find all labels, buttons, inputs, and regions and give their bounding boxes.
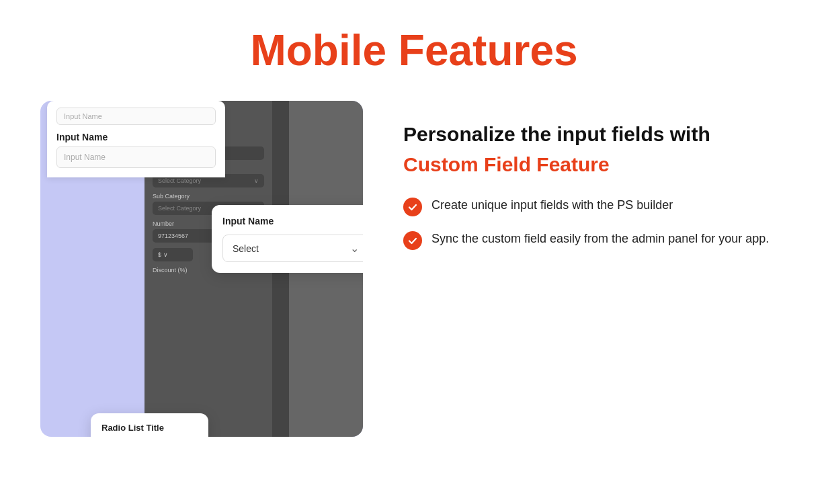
page-wrapper: Mobile Features Input Name Input Name In… <box>0 0 828 464</box>
check-icon-2 <box>403 231 422 250</box>
input-name-label: Input Name <box>56 132 216 142</box>
bullet-list: Create unique input fields with the PS b… <box>403 196 788 250</box>
bullet-text-2: Sync the custom field easily from the ad… <box>431 230 769 248</box>
select-value: Select <box>233 243 259 254</box>
checkmark-svg-2 <box>407 235 418 246</box>
check-icon-1 <box>403 198 422 216</box>
bullet-text-1: Create unique input fields with the PS b… <box>431 196 673 214</box>
card-select: Input Name Select ⌄ <box>212 205 363 273</box>
input-placeholder-sm: Input Name <box>56 108 216 125</box>
feature-heading-normal: Personalize the input fields with <box>403 121 788 147</box>
feature-heading-accent: Custom Field Feature <box>403 151 788 177</box>
checkmark-svg-1 <box>407 202 418 212</box>
bullet-item-2: Sync the custom field easily from the ad… <box>403 230 788 250</box>
select-field[interactable]: Select ⌄ <box>222 235 363 262</box>
select-card-title: Input Name <box>222 216 363 226</box>
text-content: Personalize the input fields with Custom… <box>403 101 788 250</box>
card-radio: Radio List Title Option Option Option <box>91 413 208 437</box>
content-row: Input Name Input Name Input Name Item Na… <box>40 101 788 437</box>
mockup-area: Input Name Input Name Input Name Item Na… <box>40 101 363 437</box>
input-name-field[interactable]: Input Name <box>56 146 216 168</box>
bullet-item-1: Create unique input fields with the PS b… <box>403 196 788 216</box>
chevron-down-icon: ⌄ <box>350 242 359 255</box>
card-input-name-top: Input Name Input Name Input Name <box>47 101 225 177</box>
phone-currency-field[interactable]: $ ∨ <box>153 248 193 261</box>
radio-card-title: Radio List Title <box>101 423 198 433</box>
page-title: Mobile Features <box>40 27 788 74</box>
phone-subcategory-label: Sub Category <box>153 193 264 200</box>
